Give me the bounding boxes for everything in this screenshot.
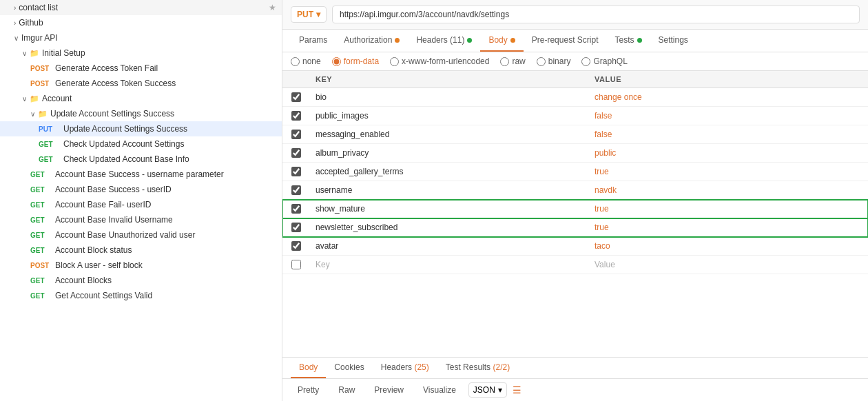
bottom-tab-headers[interactable]: Headers (25) <box>373 358 437 378</box>
table-header: KEY VALUE <box>282 71 868 88</box>
sidebar-item-get-account-settings[interactable]: GET Get Account Settings Valid <box>0 288 282 303</box>
resp-tab-raw[interactable]: Raw <box>331 382 362 398</box>
row-checkbox[interactable] <box>291 204 301 214</box>
sidebar-item-get-account-base-userid[interactable]: GET Account Base Success - userID <box>0 182 282 197</box>
method-badge: GET <box>30 247 52 254</box>
tab-authorization[interactable]: Authorization <box>335 30 408 52</box>
row-key: newsletter_subscribed <box>310 218 589 236</box>
row-key: public_images <box>310 107 589 125</box>
sidebar-item-put-update-account[interactable]: PUT Update Account Settings Success <box>0 121 282 136</box>
url-input[interactable] <box>332 6 860 23</box>
bottom-tab-cookies[interactable]: Cookies <box>326 358 372 378</box>
radio-graphql[interactable]: GraphQL <box>581 56 627 66</box>
star-icon: ★ <box>269 3 276 12</box>
resp-tab-visualize-label: Visualize <box>423 385 456 395</box>
method-badge: POST <box>30 80 52 88</box>
sidebar-item-label: Check Updated Account Base Info <box>63 154 276 164</box>
radio-form-data[interactable]: form-data <box>332 56 379 66</box>
method-badge: GET <box>30 216 52 224</box>
row-checkbox[interactable] <box>291 241 301 251</box>
resp-tab-visualize[interactable]: Visualize <box>416 382 463 398</box>
sidebar-item-get-account-blocks[interactable]: GET Account Blocks <box>0 273 282 288</box>
sidebar-item-get-check-updated[interactable]: GET Check Updated Account Settings <box>0 136 282 152</box>
json-format-select[interactable]: JSON ▾ <box>468 382 507 398</box>
row-checkbox[interactable] <box>291 148 301 158</box>
row-value-placeholder: Value <box>589 256 868 274</box>
resp-tab-pretty[interactable]: Pretty <box>291 382 326 398</box>
main-panel: PUT ▾ Params Authorization Headers (11) … <box>282 0 868 401</box>
tab-params[interactable]: Params <box>291 30 335 52</box>
sidebar-item-github[interactable]: › Github <box>0 15 282 30</box>
sidebar-item-label: Get Account Settings Valid <box>55 291 276 300</box>
row-value: true <box>589 218 868 236</box>
bottom-tabs: Body Cookies Headers (25) Test Results (… <box>282 357 868 379</box>
row-checkbox[interactable] <box>291 185 301 195</box>
sidebar-item-get-account-block-status[interactable]: GET Account Block status <box>0 243 282 258</box>
body-type-bar: none form-data x-www-form-urlencoded raw… <box>282 52 868 71</box>
method-select[interactable]: PUT ▾ <box>291 6 327 23</box>
row-checkbox[interactable] <box>291 130 301 139</box>
bottom-tab-body[interactable]: Body <box>291 358 326 378</box>
sidebar-item-get-check-base[interactable]: GET Check Updated Account Base Info <box>0 152 282 167</box>
table-row: accepted_gallery_terms true <box>282 163 868 181</box>
table-row: bio change once <box>282 88 868 107</box>
sidebar-item-contact-list[interactable]: › contact list ★ <box>0 0 282 15</box>
table-row: avatar taco <box>282 237 868 256</box>
sidebar-item-update-account-folder[interactable]: ∨ 📁 Update Account Settings Success <box>0 106 282 121</box>
tab-body[interactable]: Body <box>480 30 523 52</box>
sidebar-item-account[interactable]: ∨ 📁 Account <box>0 91 282 106</box>
tab-settings[interactable]: Settings <box>650 30 696 52</box>
menu-icon[interactable]: ☰ <box>513 384 521 395</box>
sidebar-item-label: Account Blocks <box>55 276 276 285</box>
sidebar-item-post-gen-fail[interactable]: POST Generate Access Token Fail <box>0 61 282 76</box>
sidebar-item-get-account-invalid[interactable]: GET Account Base Invalid Username <box>0 212 282 227</box>
bottom-tab-test-results[interactable]: Test Results (2/2) <box>437 358 518 378</box>
row-checkbox[interactable] <box>291 223 301 232</box>
row-checkbox[interactable] <box>291 111 301 121</box>
row-checkbox-cell <box>282 218 310 236</box>
method-badge: POST <box>30 65 52 72</box>
row-key: bio <box>310 88 589 106</box>
row-checkbox[interactable] <box>291 260 301 269</box>
radio-binary[interactable]: binary <box>537 56 571 66</box>
tab-headers[interactable]: Headers (11) <box>408 30 480 52</box>
radio-form-data-input[interactable] <box>332 57 341 66</box>
sidebar-item-post-block-user[interactable]: POST Block A user - self block <box>0 258 282 273</box>
method-badge: PUT <box>39 125 61 133</box>
row-checkbox-cell <box>282 144 310 162</box>
row-checkbox-cell <box>282 200 310 218</box>
radio-x-www[interactable]: x-www-form-urlencoded <box>390 56 489 66</box>
sidebar-item-get-account-base-fail[interactable]: GET Account Base Fail- userID <box>0 197 282 212</box>
sidebar-item-get-account-base-username[interactable]: GET Account Base Success - username para… <box>0 167 282 182</box>
tab-pre-request[interactable]: Pre-request Script <box>524 30 607 52</box>
table-row: username navdk <box>282 181 868 200</box>
radio-x-www-input[interactable] <box>390 57 399 66</box>
radio-none-label: none <box>302 56 321 66</box>
row-checkbox[interactable] <box>291 92 301 102</box>
resp-tab-preview[interactable]: Preview <box>367 382 411 398</box>
request-bar: PUT ▾ <box>282 0 868 30</box>
tab-tests-label: Tests <box>614 35 634 45</box>
sidebar-item-post-gen-success[interactable]: POST Generate Access Token Success <box>0 76 282 91</box>
row-value: change once <box>589 88 868 106</box>
row-value: public <box>589 144 868 162</box>
radio-none-input[interactable] <box>291 57 300 66</box>
arrow-icon: › <box>14 4 16 12</box>
radio-raw[interactable]: raw <box>500 56 525 66</box>
sidebar-item-label: Imgur API <box>21 33 276 43</box>
method-badge: GET <box>30 232 52 239</box>
sidebar-item-label: Account Base Success - username paramete… <box>55 169 276 179</box>
radio-raw-input[interactable] <box>500 57 509 66</box>
sidebar-item-get-account-unauth[interactable]: GET Account Base Unauthorized valid user <box>0 227 282 243</box>
tab-params-label: Params <box>299 35 327 45</box>
sidebar-item-initial-setup[interactable]: ∨ 📁 Initial Setup <box>0 45 282 61</box>
radio-none[interactable]: none <box>291 56 321 66</box>
sidebar-item-imgur-api[interactable]: ∨ Imgur API <box>0 30 282 45</box>
chevron-down-icon: ▾ <box>498 385 502 395</box>
radio-binary-input[interactable] <box>537 57 546 66</box>
tab-tests[interactable]: Tests <box>606 30 650 52</box>
radio-graphql-input[interactable] <box>581 57 590 66</box>
sidebar-item-label: Account Block status <box>55 245 276 255</box>
row-checkbox[interactable] <box>291 167 301 176</box>
folder-icon: 📁 <box>30 49 39 58</box>
